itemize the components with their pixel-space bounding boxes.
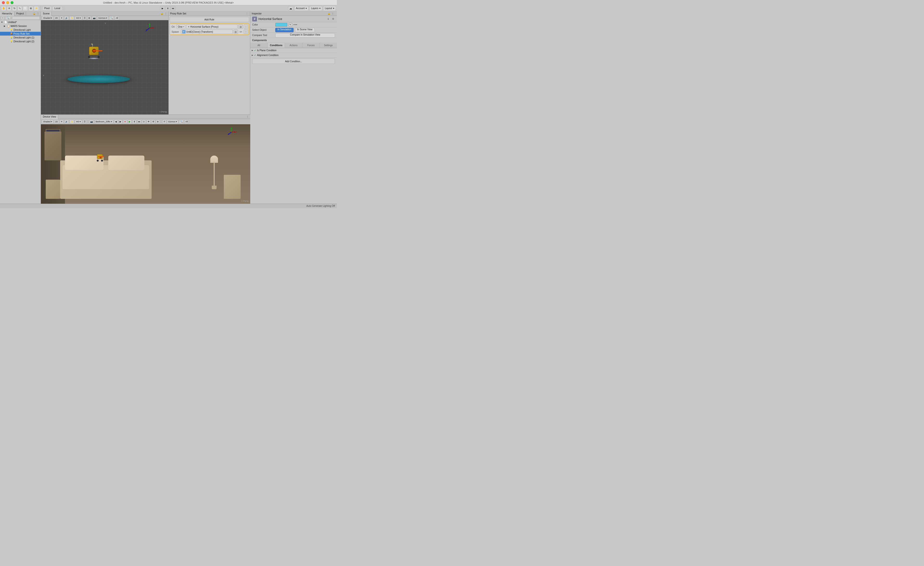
color-edit-icon[interactable]: ✎ bbox=[289, 23, 292, 27]
device-res[interactable]: ≋0▾ bbox=[75, 120, 82, 124]
scene-more-icon[interactable]: ⋮ bbox=[164, 12, 168, 15]
in-scene-view-btn[interactable]: In Scene View bbox=[295, 28, 315, 32]
tab-project[interactable]: Project bbox=[14, 12, 26, 16]
device-reset[interactable]: ↺ bbox=[162, 120, 166, 124]
transform-tool[interactable]: ⊞ bbox=[28, 6, 33, 11]
lock-icon[interactable]: 🔒 bbox=[33, 12, 36, 15]
layout-dropdown[interactable]: Layout ▾ bbox=[323, 6, 336, 11]
shading-dropdown[interactable]: Shaded▾ bbox=[42, 16, 53, 20]
inspector-lock-icon[interactable]: 🔒 bbox=[327, 12, 331, 15]
hierarchy-item-untitled[interactable]: ▼ 📄 Untitled* bbox=[0, 20, 40, 24]
scene-tab[interactable]: Scene bbox=[41, 12, 52, 16]
hierarchy-item-mars[interactable]: ▶ 📋 MARS Session bbox=[0, 24, 40, 28]
condition-plane[interactable]: ▶ ✓ Is Plane Condition bbox=[250, 48, 337, 53]
one-select[interactable]: One ▾ bbox=[177, 24, 185, 29]
device-settings[interactable]: ⚙ bbox=[152, 120, 155, 124]
tab-conditions[interactable]: Conditions bbox=[268, 43, 285, 48]
pause-button[interactable]: ⏸ bbox=[165, 6, 170, 11]
device-audio[interactable]: 🔊 bbox=[64, 120, 69, 124]
all-device[interactable]: All bbox=[184, 120, 189, 124]
prev-env[interactable]: ◀ bbox=[114, 120, 118, 124]
device-hide[interactable]: ☰ bbox=[83, 120, 87, 124]
scene-grid[interactable]: ⊞ bbox=[87, 16, 91, 20]
move-tool[interactable]: ✛ bbox=[7, 6, 12, 11]
hand-tool[interactable]: ✋ bbox=[1, 6, 6, 11]
add-condition-button[interactable]: Add Condition... bbox=[252, 59, 335, 64]
device-cam-select[interactable]: Bedroom_20ftx▾ bbox=[94, 120, 113, 124]
pivot-button[interactable]: Pivot bbox=[42, 6, 52, 11]
device-play[interactable]: ▶ bbox=[128, 120, 132, 124]
proxy-close-icon[interactable]: ⋮ bbox=[245, 12, 249, 15]
spawn-more-btn[interactable]: ⋮ bbox=[244, 30, 248, 34]
search-scene[interactable]: 🔍 bbox=[109, 16, 114, 20]
2d-toggle[interactable]: 2D bbox=[54, 16, 59, 20]
scale-tool[interactable]: ⤡ bbox=[17, 6, 22, 11]
scene-hide[interactable]: ☰ bbox=[83, 16, 87, 20]
account-dropdown[interactable]: Account ▾ bbox=[294, 6, 309, 11]
rule-select-icon[interactable]: ◎ bbox=[238, 24, 243, 29]
rec-btn[interactable]: ● bbox=[123, 120, 127, 124]
proxy-value-field[interactable]: ■ Horizontal Surface (Proxy) bbox=[186, 24, 237, 29]
info-icon[interactable]: ℹ bbox=[326, 17, 330, 21]
hierarchy-item-dirlight[interactable]: 💡 Directional Light bbox=[0, 28, 40, 32]
gizmos-device[interactable]: Gizmos▾ bbox=[167, 120, 178, 124]
device-view-tab[interactable]: Device View bbox=[41, 115, 58, 119]
device-more-icon[interactable]: ⋮ bbox=[246, 115, 249, 118]
hierarchy-item-dirlight1[interactable]: 💡 Directional Light (1) bbox=[0, 36, 40, 39]
search-device[interactable]: 🔍 bbox=[179, 120, 184, 124]
device-record[interactable]: ⊙ bbox=[142, 120, 146, 124]
add-rule-button[interactable]: Add Rule bbox=[170, 17, 249, 22]
condition-alignment[interactable]: ▶ ✓ Alignment Condition bbox=[250, 53, 337, 58]
scene-view[interactable]: Y X bbox=[41, 20, 168, 114]
color-more-dots[interactable]: ••• bbox=[294, 23, 298, 26]
rotate-tool[interactable]: ↻ bbox=[12, 6, 17, 11]
hierarchy-search[interactable]: 🔍 All bbox=[5, 16, 40, 20]
maximize-button[interactable] bbox=[10, 1, 14, 4]
tab-actions[interactable]: Actions bbox=[285, 43, 302, 48]
spawn-select-icon[interactable]: ◎ bbox=[234, 30, 238, 34]
device-2d[interactable]: 2D bbox=[54, 120, 59, 124]
device-shading[interactable]: Shaded▾ bbox=[42, 120, 53, 124]
effects-toggle[interactable]: ✨ bbox=[69, 16, 74, 20]
local-button[interactable]: Local bbox=[52, 6, 62, 11]
device-cam-icon[interactable]: 📷 bbox=[89, 120, 94, 124]
tab-settings[interactable]: Settings bbox=[320, 43, 337, 48]
device-eff[interactable]: ✨ bbox=[69, 120, 74, 124]
device-lighting[interactable]: ☀ bbox=[60, 120, 63, 124]
hierarchy-item-proxy[interactable]: 📦 Proxy Rule Set bbox=[0, 32, 40, 36]
settings-icon[interactable]: ⚙ bbox=[331, 17, 335, 21]
minimize-button[interactable] bbox=[6, 1, 9, 4]
lighting-toggle[interactable]: ☀ bbox=[60, 16, 63, 20]
in-simulation-btn[interactable]: In Simulation bbox=[275, 28, 294, 32]
spawn-value-field[interactable]: ⟳ UnitE(Clone) (Transform) bbox=[181, 30, 232, 34]
scene-lock-icon[interactable]: 🔒 bbox=[160, 12, 164, 15]
tab-all[interactable]: All bbox=[250, 43, 268, 48]
device-scene[interactable]: Y X < Persp bbox=[41, 124, 250, 204]
color-swatch[interactable] bbox=[275, 23, 287, 27]
more-icon[interactable]: ⋮ bbox=[36, 12, 40, 15]
device-pause[interactable]: ⏸ bbox=[132, 120, 136, 124]
create-btn[interactable]: + bbox=[1, 16, 4, 20]
cloud-button[interactable]: ☁ bbox=[288, 6, 293, 11]
device-view-btn[interactable]: 👁 bbox=[147, 120, 151, 124]
rule-close-btn[interactable]: ⋮ bbox=[244, 24, 248, 29]
tab-hierarchy[interactable]: Hierarchy bbox=[0, 12, 14, 16]
scene-camera[interactable]: 📷 bbox=[92, 16, 96, 20]
rect-tool[interactable]: ⬜ bbox=[22, 6, 28, 11]
all-dropdown[interactable]: All bbox=[114, 16, 119, 20]
hierarchy-item-dirlight2[interactable]: 💡 Directional Light (2) bbox=[0, 39, 40, 43]
custom-tool[interactable]: ⚡ bbox=[34, 6, 39, 11]
tab-forces[interactable]: Forces bbox=[303, 43, 320, 48]
compare-btn[interactable]: Compare in Simulation View bbox=[275, 33, 335, 37]
gizmos-dropdown[interactable]: Gizmos▾ bbox=[97, 16, 109, 20]
step-button[interactable]: ⏭ bbox=[171, 6, 176, 11]
close-button[interactable] bbox=[2, 1, 5, 4]
audio-toggle[interactable]: 🔊 bbox=[64, 16, 69, 20]
inspector-more-icon[interactable]: ⋮ bbox=[331, 12, 334, 15]
layers-dropdown[interactable]: Layers ▾ bbox=[309, 6, 322, 11]
device-step[interactable]: ⏭ bbox=[137, 120, 141, 124]
device-target[interactable]: ⊕ bbox=[156, 120, 160, 124]
next-env[interactable]: ▶ bbox=[118, 120, 123, 124]
play-button[interactable]: ▶ bbox=[160, 6, 165, 11]
scene-res[interactable]: ≋0▾ bbox=[75, 16, 82, 20]
